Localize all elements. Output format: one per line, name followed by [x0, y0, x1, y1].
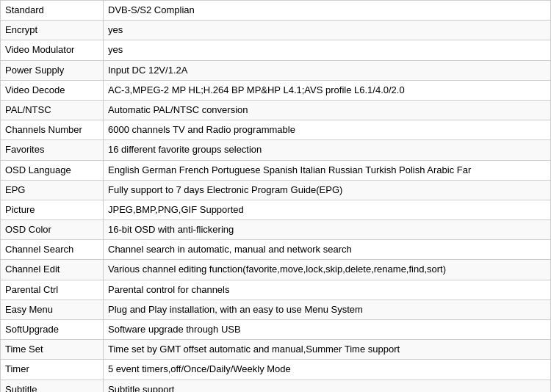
- table-row: Channel EditVarious channel editing func…: [1, 260, 551, 280]
- table-row: OSD Color16-bit OSD with anti-flickering: [1, 220, 551, 240]
- table-row: Channels Number6000 channels TV and Radi…: [1, 120, 551, 140]
- table-row: Encryptyes: [1, 21, 551, 40]
- row-value: AC-3,MPEG-2 MP HL;H.264 BP MP&HP L4.1;AV…: [104, 80, 551, 100]
- row-label: Timer: [1, 360, 104, 380]
- row-label: Channel Search: [1, 240, 104, 260]
- row-label: Channel Edit: [1, 260, 104, 280]
- row-label: SoftUpgrade: [1, 320, 104, 340]
- row-value: Fully support to 7 days Electronic Progr…: [104, 180, 551, 200]
- specs-table: StandardDVB-S/S2 ComplianEncryptyesVideo…: [0, 0, 551, 392]
- table-row: PictureJPEG,BMP,PNG,GIF Supported: [1, 200, 551, 219]
- table-row: Favorites16 different favorite groups se…: [1, 140, 551, 160]
- row-label: Favorites: [1, 140, 104, 160]
- table-row: SoftUpgradeSoftware upgrade through USB: [1, 320, 551, 340]
- row-label: OSD Language: [1, 160, 104, 180]
- row-value: English German French Portuguese Spanish…: [104, 160, 551, 180]
- row-value: yes: [104, 40, 551, 60]
- row-label: Standard: [1, 1, 104, 21]
- row-label: Easy Menu: [1, 300, 104, 319]
- row-value: yes: [104, 21, 551, 40]
- row-value: DVB-S/S2 Complian: [104, 1, 551, 21]
- row-label: EPG: [1, 180, 104, 200]
- row-value: JPEG,BMP,PNG,GIF Supported: [104, 200, 551, 219]
- table-row: StandardDVB-S/S2 Complian: [1, 1, 551, 21]
- row-label: Video Modulator: [1, 40, 104, 60]
- table-row: OSD LanguageEnglish German French Portug…: [1, 160, 551, 180]
- row-label: Subtitle: [1, 380, 104, 392]
- row-value: Subtitle support: [104, 380, 551, 392]
- row-value: Time set by GMT offset automatic and man…: [104, 340, 551, 360]
- table-row: Timer5 event timers,off/Once/Daily/Weekl…: [1, 360, 551, 380]
- table-row: EPGFully support to 7 days Electronic Pr…: [1, 180, 551, 200]
- row-label: Encrypt: [1, 21, 104, 40]
- row-value: Channel search in automatic, manual and …: [104, 240, 551, 260]
- row-label: PAL/NTSC: [1, 100, 104, 120]
- row-label: Channels Number: [1, 120, 104, 140]
- table-row: Video Modulatoryes: [1, 40, 551, 60]
- table-row: Power SupplyInput DC 12V/1.2A: [1, 60, 551, 80]
- table-row: Channel SearchChannel search in automati…: [1, 240, 551, 260]
- row-label: Video Decode: [1, 80, 104, 100]
- row-label: Power Supply: [1, 60, 104, 80]
- row-value: Input DC 12V/1.2A: [104, 60, 551, 80]
- row-value: 16 different favorite groups selection: [104, 140, 551, 160]
- row-value: Various channel editing function(favorit…: [104, 260, 551, 280]
- row-value: Automatic PAL/NTSC conversion: [104, 100, 551, 120]
- table-row: PAL/NTSCAutomatic PAL/NTSC conversion: [1, 100, 551, 120]
- row-value: Software upgrade through USB: [104, 320, 551, 340]
- row-label: OSD Color: [1, 220, 104, 240]
- row-value: Parental control for channels: [104, 280, 551, 300]
- row-value: Plug and Play installation, with an easy…: [104, 300, 551, 319]
- table-row: Parental CtrlParental control for channe…: [1, 280, 551, 300]
- row-label: Parental Ctrl: [1, 280, 104, 300]
- row-value: 5 event timers,off/Once/Daily/Weekly Mod…: [104, 360, 551, 380]
- row-label: Picture: [1, 200, 104, 219]
- table-row: SubtitleSubtitle support: [1, 380, 551, 392]
- table-row: Video DecodeAC-3,MPEG-2 MP HL;H.264 BP M…: [1, 80, 551, 100]
- table-row: Easy MenuPlug and Play installation, wit…: [1, 300, 551, 319]
- table-row: Time SetTime set by GMT offset automatic…: [1, 340, 551, 360]
- row-label: Time Set: [1, 340, 104, 360]
- row-value: 6000 channels TV and Radio programmable: [104, 120, 551, 140]
- row-value: 16-bit OSD with anti-flickering: [104, 220, 551, 240]
